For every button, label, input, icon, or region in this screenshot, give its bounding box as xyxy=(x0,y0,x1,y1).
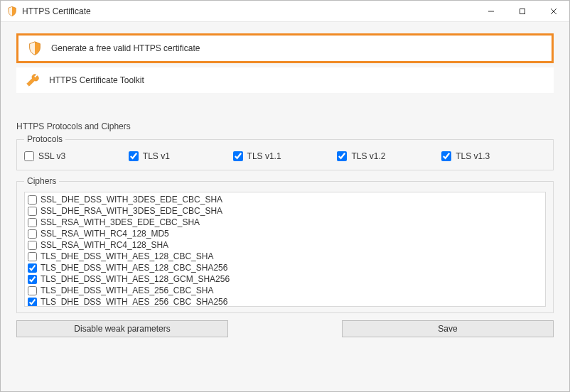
ciphers-fieldset: Ciphers SSL_DHE_DSS_WITH_3DES_EDE_CBC_SH… xyxy=(16,176,554,313)
cipher-label: SSL_RSA_WITH_3DES_EDE_CBC_SHA xyxy=(41,217,200,227)
protocol-checkbox[interactable] xyxy=(337,151,347,161)
cipher-checkbox[interactable] xyxy=(28,252,37,261)
cipher-label: TLS_DHE_DSS_WITH_AES_256_CBC_SHA xyxy=(41,285,213,295)
cipher-item[interactable]: TLS_DHE_DSS_WITH_AES_128_GCM_SHA256 xyxy=(28,273,542,285)
minimize-button[interactable] xyxy=(475,1,507,21)
maximize-button[interactable] xyxy=(507,1,538,21)
shield-icon xyxy=(6,6,18,17)
protocol-checkbox[interactable] xyxy=(129,151,139,161)
cipher-label: TLS_DHE_DSS_WITH_AES_256_CBC_SHA256 xyxy=(41,297,227,307)
toolkit-card[interactable]: HTTPS Certificate Toolkit xyxy=(16,67,554,93)
cipher-checkbox[interactable] xyxy=(28,241,37,250)
close-button[interactable] xyxy=(538,1,569,21)
cipher-checkbox[interactable] xyxy=(28,195,37,205)
protocol-item[interactable]: TLS v1.1 xyxy=(233,151,338,161)
ciphers-list[interactable]: SSL_DHE_DSS_WITH_3DES_EDE_CBC_SHASSL_DHE… xyxy=(24,192,546,307)
section-label: HTTPS Protocols and Ciphers xyxy=(16,121,554,131)
cipher-label: TLS_DHE_DSS_WITH_AES_128_GCM_SHA256 xyxy=(41,274,230,284)
cipher-item[interactable]: SSL_RSA_WITH_RC4_128_SHA xyxy=(28,239,542,251)
cipher-checkbox[interactable] xyxy=(28,218,37,227)
protocol-label: TLS v1 xyxy=(143,151,170,161)
protocols-legend: Protocols xyxy=(24,134,65,144)
cipher-checkbox[interactable] xyxy=(28,286,37,295)
cipher-checkbox[interactable] xyxy=(28,263,37,273)
wrench-icon xyxy=(25,72,41,88)
disable-weak-label: Disable weak parameters xyxy=(74,324,170,334)
window-title: HTTPS Certificate xyxy=(22,6,91,16)
save-button[interactable]: Save xyxy=(342,320,554,337)
cipher-label: SSL_DHE_RSA_WITH_3DES_EDE_CBC_SHA xyxy=(41,206,222,216)
protocol-label: TLS v1.3 xyxy=(456,151,490,161)
generate-cert-card[interactable]: Generate a free valid HTTPS certificate xyxy=(16,33,554,63)
protocol-checkbox[interactable] xyxy=(441,151,451,161)
buttons-row: Disable weak parameters Save xyxy=(16,320,554,337)
cipher-item[interactable]: TLS_DHE_DSS_WITH_AES_128_CBC_SHA xyxy=(28,251,542,262)
cipher-item[interactable]: TLS_DHE_DSS_WITH_AES_256_CBC_SHA xyxy=(28,285,542,296)
window: HTTPS Certificate Generate a free valid … xyxy=(0,0,570,392)
svg-rect-1 xyxy=(520,9,525,13)
cipher-item[interactable]: TLS_DHE_DSS_WITH_AES_128_CBC_SHA256 xyxy=(28,262,542,273)
protocol-label: SSL v3 xyxy=(38,151,65,161)
cipher-item[interactable]: SSL_RSA_WITH_3DES_EDE_CBC_SHA xyxy=(28,217,542,228)
protocol-label: TLS v1.1 xyxy=(247,151,281,161)
cipher-label: SSL_RSA_WITH_RC4_128_SHA xyxy=(41,240,168,250)
cipher-label: TLS_DHE_DSS_WITH_AES_128_CBC_SHA256 xyxy=(41,263,227,273)
cipher-checkbox[interactable] xyxy=(28,298,37,307)
shield-icon xyxy=(27,40,43,56)
cipher-item[interactable]: SSL_DHE_RSA_WITH_3DES_EDE_CBC_SHA xyxy=(28,205,542,217)
cipher-item[interactable]: SSL_RSA_WITH_RC4_128_MD5 xyxy=(28,228,542,239)
cipher-label: SSL_RSA_WITH_RC4_128_MD5 xyxy=(41,229,169,239)
disable-weak-button[interactable]: Disable weak parameters xyxy=(16,320,228,337)
protocol-item[interactable]: TLS v1 xyxy=(129,151,233,161)
cipher-label: SSL_DHE_DSS_WITH_3DES_EDE_CBC_SHA xyxy=(41,195,222,205)
protocol-checkbox[interactable] xyxy=(233,151,243,161)
titlebar: HTTPS Certificate xyxy=(1,1,569,22)
cipher-checkbox[interactable] xyxy=(28,229,37,239)
content-area: Generate a free valid HTTPS certificate … xyxy=(1,22,569,391)
generate-cert-label: Generate a free valid HTTPS certificate xyxy=(51,43,200,53)
ciphers-legend: Ciphers xyxy=(24,176,59,186)
protocol-checkbox[interactable] xyxy=(24,151,34,161)
protocol-label: TLS v1.2 xyxy=(351,151,385,161)
cipher-checkbox[interactable] xyxy=(28,207,37,216)
cipher-checkbox[interactable] xyxy=(28,275,37,284)
protocol-item[interactable]: SSL v3 xyxy=(24,151,129,161)
cipher-label: TLS_DHE_DSS_WITH_AES_128_CBC_SHA xyxy=(41,251,213,261)
cipher-item[interactable]: SSL_DHE_DSS_WITH_3DES_EDE_CBC_SHA xyxy=(28,194,542,205)
protocols-row: SSL v3TLS v1TLS v1.1TLS v1.2TLS v1.3 xyxy=(24,150,546,164)
toolkit-label: HTTPS Certificate Toolkit xyxy=(49,75,144,85)
protocols-fieldset: Protocols SSL v3TLS v1TLS v1.1TLS v1.2TL… xyxy=(16,134,554,170)
protocol-item[interactable]: TLS v1.3 xyxy=(441,151,546,161)
protocol-item[interactable]: TLS v1.2 xyxy=(337,151,441,161)
cipher-item[interactable]: TLS_DHE_DSS_WITH_AES_256_CBC_SHA256 xyxy=(28,296,542,307)
save-label: Save xyxy=(438,324,457,334)
